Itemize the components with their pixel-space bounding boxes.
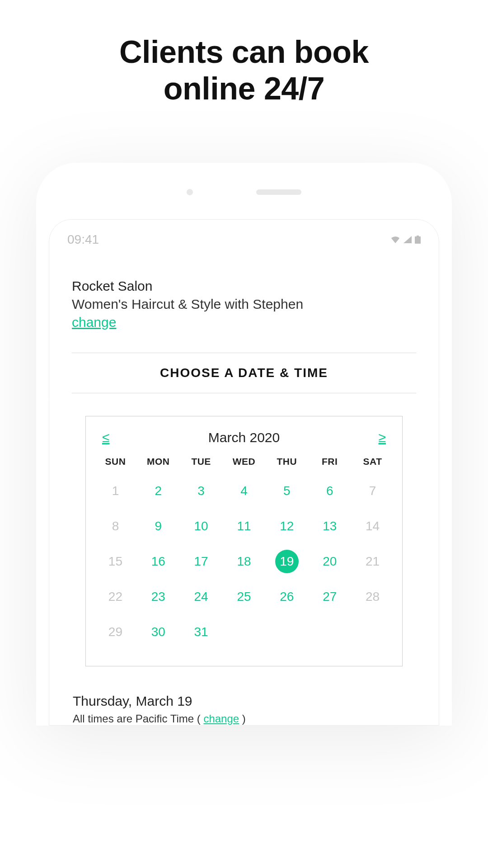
phone-hardware [36,188,452,197]
timezone-line: All times are Pacific Time ( change ) [73,712,415,725]
calendar-day[interactable]: 5 [265,480,308,502]
marketing-headline: Clients can book online 24/7 [0,0,488,107]
change-service-link[interactable]: change [72,315,116,330]
calendar-day[interactable]: 3 [180,480,223,502]
tz-prefix: All times are Pacific Time ( [73,712,203,725]
calendar-day: 7 [351,480,394,502]
calendar-day[interactable]: 16 [137,550,180,573]
calendar-day[interactable]: 13 [308,515,351,538]
calendar-day[interactable]: 20 [308,550,351,573]
calendar-next-button[interactable]: ≥ [379,430,386,445]
calendar-dow-header: FRI [308,456,351,467]
status-time: 09:41 [67,232,99,247]
service-description: Women's Haircut & Style with Stephen [72,297,416,312]
calendar-day[interactable]: 23 [137,585,180,608]
change-timezone-link[interactable]: change [203,712,239,725]
calendar-day[interactable]: 4 [223,480,266,502]
calendar-dow-header: THU [265,456,308,467]
calendar-dow-header: TUE [180,456,223,467]
calendar-day[interactable]: 26 [265,585,308,608]
calendar-dow-header: SUN [94,456,137,467]
calendar-prev-button[interactable]: ≤ [102,430,109,445]
calendar-day[interactable]: 19 [265,550,308,573]
status-bar: 09:41 [49,220,439,251]
calendar-dow-header: MON [137,456,180,467]
calendar-day[interactable]: 27 [308,585,351,608]
calendar-day: 28 [351,585,394,608]
calendar-dow-header: SAT [351,456,394,467]
svg-rect-0 [415,236,421,244]
headline-line-1: Clients can book [119,34,369,70]
calendar-day[interactable]: 18 [223,550,266,573]
calendar-day: 1 [94,480,137,502]
calendar-day[interactable]: 6 [308,480,351,502]
tz-suffix: ) [239,712,246,725]
speaker-slot-icon [256,189,301,195]
camera-dot-icon [187,189,193,195]
selected-date-label: Thursday, March 19 [73,693,415,709]
calendar-day[interactable]: 31 [180,621,223,643]
calendar-day: 14 [351,515,394,538]
salon-name: Rocket Salon [72,278,416,294]
calendar-day[interactable]: 25 [223,585,266,608]
section-title: CHOOSE A DATE & TIME [72,353,416,393]
calendar-day[interactable]: 30 [137,621,180,643]
phone-screen: 09:41 Rocket Salon Women's Haircut & Sty… [49,219,439,726]
calendar-day: 29 [94,621,137,643]
calendar-day: 21 [351,550,394,573]
calendar-day: 22 [94,585,137,608]
calendar-day[interactable]: 9 [137,515,180,538]
battery-icon [415,236,421,244]
divider [72,393,416,393]
calendar-dow-header: WED [223,456,266,467]
calendar-day: 8 [94,515,137,538]
phone-mockup: 09:41 Rocket Salon Women's Haircut & Sty… [36,163,452,726]
svg-rect-1 [417,236,419,237]
calendar-month-label: March 2020 [208,430,280,445]
calendar: ≤ March 2020 ≥ SUNMONTUEWEDTHUFRISAT1234… [85,416,403,666]
calendar-day[interactable]: 2 [137,480,180,502]
calendar-day[interactable]: 10 [180,515,223,538]
calendar-day[interactable]: 12 [265,515,308,538]
signal-icon [403,236,412,244]
calendar-day: 15 [94,550,137,573]
wifi-icon [390,236,400,244]
headline-line-2: online 24/7 [164,71,324,106]
calendar-day[interactable]: 24 [180,585,223,608]
calendar-day[interactable]: 11 [223,515,266,538]
calendar-day[interactable]: 17 [180,550,223,573]
